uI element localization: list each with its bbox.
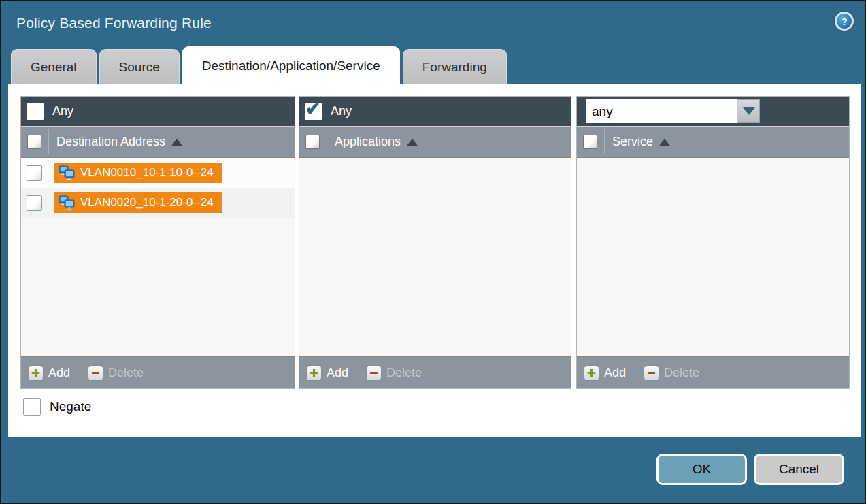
add-label: Add	[327, 366, 348, 380]
negate-checkbox[interactable]	[23, 398, 41, 416]
destination-any-label: Any	[52, 104, 73, 118]
destination-any-checkbox[interactable]	[27, 103, 44, 120]
dialog-title: Policy Based Forwarding Rule	[16, 15, 212, 31]
pbf-rule-dialog: Policy Based Forwarding Rule ? General S…	[0, 0, 866, 504]
applications-any-bar: Any	[299, 97, 571, 126]
service-panel: Service Add Delete	[576, 96, 850, 389]
minus-icon	[88, 365, 103, 381]
tab-forwarding[interactable]: Forwarding	[403, 49, 507, 84]
delete-button[interactable]: Delete	[644, 365, 699, 381]
row-checkbox[interactable]	[27, 165, 42, 181]
sort-ascending-icon	[171, 139, 182, 146]
minus-icon	[644, 365, 659, 381]
applications-list	[299, 158, 571, 356]
sort-ascending-icon	[407, 139, 418, 146]
service-dropdown-button[interactable]	[737, 99, 760, 123]
service-list	[577, 158, 849, 356]
row-checkbox-cell	[21, 158, 48, 188]
row-checkbox[interactable]	[27, 195, 42, 211]
plus-icon	[28, 365, 44, 381]
help-icon[interactable]: ?	[835, 12, 854, 31]
service-select-all-checkbox[interactable]	[583, 135, 597, 149]
help-glyph: ?	[841, 16, 847, 27]
service-dropdown-input[interactable]	[586, 99, 737, 123]
add-label: Add	[604, 366, 626, 380]
applications-column-label: Applications	[335, 135, 401, 149]
column-divider	[48, 129, 49, 154]
address-object-chip[interactable]: VLAN0010_10-1-10-0--24	[54, 163, 222, 183]
add-button[interactable]: Add	[584, 365, 626, 381]
destination-column-header[interactable]: Destination Address	[21, 126, 295, 158]
minus-icon	[366, 365, 382, 381]
plus-icon	[306, 365, 322, 381]
negate-label: Negate	[50, 399, 91, 414]
destination-column-label: Destination Address	[56, 135, 165, 149]
delete-button[interactable]: Delete	[366, 365, 422, 381]
add-button[interactable]: Add	[306, 365, 348, 381]
destination-list: VLAN0010_10-1-10-0--24	[21, 158, 295, 356]
add-label: Add	[48, 366, 70, 380]
destination-footer: Add Delete	[21, 356, 295, 388]
applications-any-label: Any	[331, 104, 352, 118]
table-row[interactable]: VLAN0020_10-1-20-0--24	[21, 188, 295, 218]
delete-label: Delete	[664, 366, 699, 380]
tab-destination-application-service[interactable]: Destination/Application/Service	[182, 46, 400, 84]
service-dropdown	[586, 99, 760, 123]
destination-select-all-checkbox[interactable]	[27, 135, 41, 149]
column-divider	[604, 129, 605, 154]
delete-label: Delete	[108, 366, 144, 380]
tab-strip: General Source Destination/Application/S…	[11, 49, 855, 84]
add-button[interactable]: Add	[28, 365, 70, 381]
applications-panel: Any Applications Add	[299, 96, 571, 389]
tab-general[interactable]: General	[11, 49, 97, 84]
destination-address-panel: Any Destination Address	[20, 96, 295, 389]
applications-select-all-checkbox[interactable]	[305, 135, 320, 149]
delete-button[interactable]: Delete	[88, 365, 144, 381]
negate-row: Negate	[23, 398, 91, 416]
service-column-header[interactable]: Service	[577, 126, 849, 158]
column-divider	[327, 129, 327, 154]
network-address-icon	[59, 165, 75, 180]
service-column-label: Service	[612, 135, 653, 149]
destination-any-bar: Any	[21, 97, 295, 126]
table-row[interactable]: VLAN0010_10-1-10-0--24	[21, 158, 295, 188]
plus-icon	[584, 365, 599, 381]
ok-button[interactable]: OK	[656, 454, 747, 485]
title-bar: Policy Based Forwarding Rule ?	[1, 1, 865, 48]
applications-any-checkbox[interactable]	[305, 103, 322, 120]
network-address-icon	[59, 195, 75, 210]
applications-footer: Add Delete	[299, 356, 571, 388]
applications-column-header[interactable]: Applications	[299, 126, 571, 158]
sort-ascending-icon	[659, 139, 670, 146]
address-object-name: VLAN0010_10-1-10-0--24	[80, 166, 214, 180]
service-footer: Add Delete	[577, 356, 849, 388]
delete-label: Delete	[386, 366, 422, 380]
service-dropdown-bar	[577, 97, 849, 126]
address-object-chip[interactable]: VLAN0020_10-1-20-0--24	[54, 192, 222, 213]
row-checkbox-cell	[21, 188, 48, 218]
cancel-button[interactable]: Cancel	[754, 454, 844, 485]
tab-content: Any Destination Address	[8, 84, 861, 437]
address-object-name: VLAN0020_10-1-20-0--24	[80, 196, 214, 209]
chevron-down-icon	[743, 107, 755, 115]
tab-source[interactable]: Source	[99, 49, 180, 84]
